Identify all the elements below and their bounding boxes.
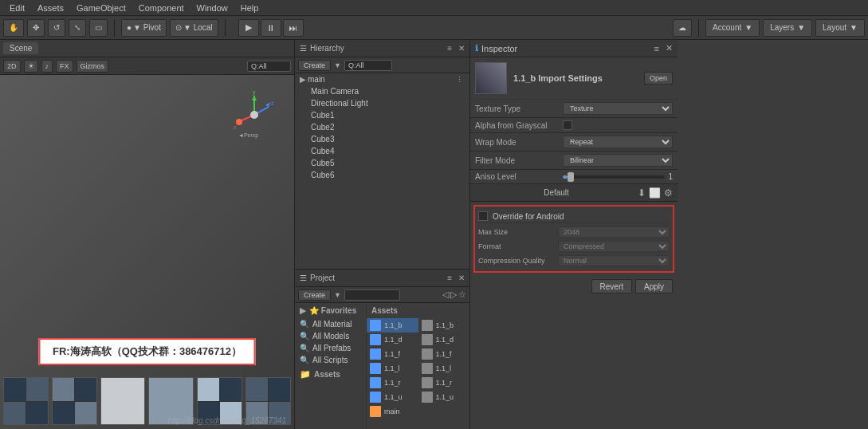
pivot-btn[interactable]: ● ▼ Pivot (121, 19, 167, 37)
scene-fx-btn[interactable]: FX (56, 60, 73, 73)
download-icon[interactable]: ⬇ (638, 187, 646, 199)
favorites-header[interactable]: ▶ ⭐ Favorites (295, 303, 366, 318)
inspector-close-icon[interactable]: ✕ (666, 43, 673, 53)
open-button[interactable]: Open (644, 72, 673, 85)
menu-assets[interactable]: Assets (31, 3, 70, 13)
fav-all-models[interactable]: 🔍 All Models (295, 330, 366, 342)
scene-search-input[interactable] (247, 61, 291, 72)
pause-button[interactable]: ⏸ (261, 19, 281, 37)
account-dropdown[interactable]: Account ▼ (705, 19, 760, 37)
cloud-btn[interactable]: ☁ (673, 19, 692, 37)
project-content: ▶ ⭐ Favorites 🔍 All Material 🔍 All Model… (295, 303, 469, 429)
menu-window[interactable]: Window (190, 3, 234, 13)
project-menu-icon[interactable]: ≡ (447, 274, 452, 282)
hierarchy-item-cube6[interactable]: Cube6 (295, 169, 469, 181)
inspector-menu-icon[interactable]: ≡ (654, 44, 659, 53)
scene-light-btn[interactable]: ☀ (24, 60, 38, 73)
max-size-value[interactable]: 2048 (558, 226, 670, 238)
asset-7-1l-blue[interactable]: 1.1_l (367, 361, 418, 376)
wrap-mode-select[interactable]: Repeat (563, 136, 673, 148)
asset-9-1r-blue[interactable]: 1.1_r (367, 376, 418, 390)
menu-edit[interactable]: Edit (3, 3, 31, 13)
hierarchy-item-cube3[interactable]: Cube3 (295, 133, 469, 145)
project-icon-1[interactable]: ◁ (442, 289, 449, 300)
step-button[interactable]: ⏭ (283, 19, 304, 37)
asset-6-1f-grey[interactable]: 1.1_f (418, 347, 470, 361)
hierarchy-item-main[interactable]: ▶ main ⋮ (295, 73, 469, 85)
apply-button[interactable]: Apply (635, 279, 673, 293)
fav-all-scripts[interactable]: 🔍 All Scripts (295, 354, 366, 366)
asset-5-1f-blue[interactable]: 1.1_f (367, 347, 418, 361)
project-create-btn[interactable]: Create (298, 289, 331, 301)
asset-8-1l-grey[interactable]: 1.1_l (418, 361, 470, 376)
hierarchy-item-cube2[interactable]: Cube2 (295, 121, 469, 133)
menu-gameobject[interactable]: GameObject (70, 3, 132, 13)
project-icon-3[interactable]: ☆ (458, 289, 466, 300)
asset-3-1d-blue[interactable]: 1.1_d (367, 333, 418, 347)
asset-2-1b-grey[interactable]: 1.1_b (418, 318, 470, 333)
scene-view[interactable]: z y x ◄Persp (0, 75, 294, 429)
asset-11-1u-blue[interactable]: 1.1_u (367, 390, 418, 404)
hierarchy-search-input[interactable] (344, 60, 392, 71)
revert-button[interactable]: Revert (591, 279, 632, 293)
settings-icon[interactable]: ⚙ (664, 187, 673, 199)
wrap-mode-value[interactable]: Repeat (563, 136, 673, 148)
hierarchy-menu-icon[interactable]: ≡ (447, 44, 452, 53)
asset-1-1b-blue[interactable]: 1.1_b (367, 318, 418, 333)
scale-tool[interactable]: ⤡ (69, 19, 86, 37)
scene-gizmos-btn[interactable]: Gizmos (77, 60, 109, 73)
compression-select[interactable]: Normal (558, 255, 670, 266)
scene-audio-btn[interactable]: ♪ (41, 60, 53, 73)
hand-tool[interactable]: ✋ (3, 19, 24, 37)
asset-10-1r-grey[interactable]: 1.1_r (418, 376, 470, 390)
copy-icon[interactable]: ⬜ (649, 187, 661, 199)
hierarchy-create-btn[interactable]: Create (298, 60, 331, 71)
compression-value[interactable]: Normal (558, 255, 670, 266)
format-select[interactable]: Compressed (558, 241, 670, 252)
fav-all-prefabs[interactable]: 🔍 All Prefabs (295, 342, 366, 354)
filter-mode-select[interactable]: Bilinear (563, 154, 673, 167)
layers-dropdown[interactable]: Layers ▼ (763, 19, 812, 37)
default-bar: Default ⬇ ⬜ ⚙ (470, 184, 678, 202)
layout-dropdown[interactable]: Layout ▼ (815, 19, 865, 37)
thumb-3[interactable] (100, 377, 146, 425)
project-search-input[interactable] (344, 289, 400, 301)
favorites-label: ⭐ Favorites (309, 306, 356, 315)
scene-tab[interactable]: Scene (3, 42, 38, 54)
hierarchy-options-main[interactable]: ⋮ (456, 76, 463, 84)
hierarchy-item-cube4[interactable]: Cube4 (295, 145, 469, 157)
format-value[interactable]: Compressed (558, 241, 670, 252)
scene-canvas: z y x ◄Persp (0, 75, 294, 429)
rotate-tool[interactable]: ↺ (48, 19, 65, 37)
rect-tool[interactable]: ▭ (89, 19, 108, 37)
thumb-2[interactable] (52, 377, 97, 425)
asset-label-5: 1.1_f (384, 350, 400, 358)
assets-right-header[interactable]: Assets (367, 303, 469, 318)
asset-13-main[interactable]: main (367, 404, 418, 419)
asset-12-1u-grey[interactable]: 1.1_u (418, 390, 470, 404)
thumb-1[interactable] (3, 377, 49, 425)
project-icon-2[interactable]: ▷ (450, 289, 457, 300)
max-size-select[interactable]: 2048 (558, 226, 670, 238)
texture-type-value[interactable]: Texture (563, 102, 673, 115)
assets-folder-header[interactable]: 📁 Assets (295, 366, 366, 383)
texture-type-select[interactable]: Texture (563, 102, 673, 115)
filter-mode-value[interactable]: Bilinear (563, 154, 673, 167)
hierarchy-item-cube1[interactable]: Cube1 (295, 109, 469, 121)
asset-4-1d-grey[interactable]: 1.1_d (418, 333, 470, 347)
scene-2d-btn[interactable]: 2D (3, 60, 21, 73)
hierarchy-close-icon[interactable]: ✕ (458, 44, 465, 53)
menu-component[interactable]: Component (132, 3, 190, 13)
fav-all-material[interactable]: 🔍 All Material (295, 318, 366, 330)
override-checkbox[interactable] (478, 211, 488, 221)
play-button[interactable]: ▶ (238, 19, 259, 37)
hierarchy-item-cube5[interactable]: Cube5 (295, 157, 469, 169)
local-btn[interactable]: ⊙ ▼ Local (170, 19, 218, 37)
hierarchy-item-maincamera[interactable]: Main Camera (295, 85, 469, 97)
project-close-icon[interactable]: ✕ (458, 274, 465, 282)
move-tool[interactable]: ✥ (27, 19, 45, 37)
aniso-slider[interactable] (563, 175, 665, 179)
menu-help[interactable]: Help (234, 3, 265, 13)
hierarchy-item-dirlight[interactable]: Directional Light (295, 97, 469, 109)
alpha-checkbox[interactable] (563, 120, 572, 130)
